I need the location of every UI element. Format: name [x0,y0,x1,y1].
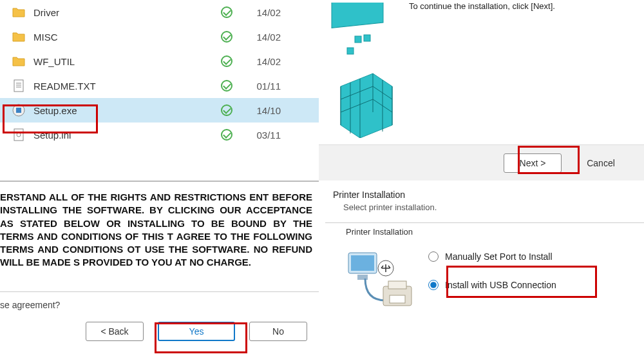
divider [325,222,644,223]
svg-rect-8 [332,3,383,28]
file-row[interactable]: README.TXT 01/11 [0,74,319,98]
file-date: 14/10 [240,105,285,116]
license-agreement-text: ERSTAND ALL OF THE RIGHTS AND RESTRICTIO… [0,182,319,291]
printer-install-title: Printer Installation [319,181,644,202]
svg-rect-25 [357,275,368,280]
file-name: Setup.ini [33,130,214,141]
file-name: Setup.exe [33,105,214,116]
folder-icon [12,5,26,19]
license-button-row: < Back Yes No [0,322,319,341]
svg-rect-0 [14,80,23,92]
status-check-icon [214,104,240,116]
file-date: 14/02 [240,32,285,43]
printer-install-subtitle: Select printer installation. [319,202,644,222]
license-agreement-panel: ERSTAND ALL OF THE RIGHTS AND RESTRICTIO… [0,181,319,363]
file-name: README.TXT [33,81,214,92]
status-check-icon [214,129,240,141]
file-row-setup-exe[interactable]: Setup.exe 14/10 [0,98,319,123]
file-row[interactable]: Driver 14/02 [0,0,319,25]
installer-icon [12,103,26,117]
status-check-icon [214,6,240,18]
cancel-button[interactable]: Cancel [572,153,630,173]
status-check-icon [214,80,240,92]
installer-message: To continue the installation, click [Nex… [409,1,555,11]
file-date: 03/11 [240,130,285,141]
svg-marker-12 [341,74,392,138]
svg-rect-9 [355,36,361,43]
group-label: Printer Installation [342,227,417,237]
radio-input-usb[interactable] [428,280,439,290]
radio-input-manual[interactable] [428,251,439,262]
back-button[interactable]: < Back [86,322,144,341]
file-row[interactable]: MISC 14/02 [0,25,319,49]
file-date: 14/02 [240,56,285,67]
svg-rect-10 [364,35,370,41]
next-button[interactable]: Next > [504,153,562,173]
radio-label: Install with USB Connection [445,280,556,290]
printer-install-group: Printer Installation [338,233,632,339]
file-explorer-list: Driver 14/02 MISC 14/02 WF_UTIL 14/02 RE… [0,0,319,181]
file-row[interactable]: Setup.ini 03/11 [0,123,319,147]
yes-button[interactable]: Yes [158,322,235,341]
svg-rect-11 [347,48,354,54]
file-date: 01/11 [240,81,285,92]
svg-rect-29 [390,295,405,303]
file-name: MISC [33,32,214,43]
text-file-icon [12,79,26,93]
decorative-cube-art [328,3,399,138]
status-check-icon [214,31,240,43]
license-question: se agreement? [0,291,319,322]
file-row[interactable]: WF_UTIL 14/02 [0,49,319,74]
printer-usb-icon [346,249,417,313]
file-name: WF_UTIL [33,56,214,67]
svg-rect-24 [351,255,374,271]
status-check-icon [214,55,240,67]
radio-manual-port[interactable]: Manually Set Port to Install [428,251,556,262]
folder-icon [12,54,26,68]
svg-rect-5 [16,108,21,113]
file-date: 14/02 [240,7,285,18]
svg-rect-6 [14,129,23,141]
folder-icon [12,30,26,44]
installer-intro-panel: To continue the installation, click [Nex… [319,0,644,181]
radio-usb-connection[interactable]: Install with USB Connection [428,280,556,290]
no-button[interactable]: No [249,322,307,341]
installer-button-bar: Next > Cancel [319,144,644,181]
file-name: Driver [33,7,214,18]
svg-rect-28 [388,281,406,289]
radio-label: Manually Set Port to Install [445,251,553,262]
config-file-icon [12,128,26,142]
printer-install-panel: Printer Installation Select printer inst… [319,181,644,363]
